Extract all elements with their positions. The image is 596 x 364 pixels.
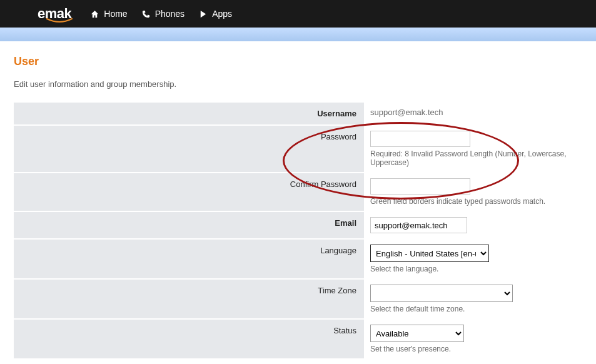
play-icon [198,9,208,19]
label-confirm-password: Confirm Password [14,173,364,211]
label-timezone: Time Zone [14,279,364,319]
hint-confirm-password: Green field borders indicate typed passw… [370,197,576,206]
page-content: User Edit user information and group mem… [0,41,596,364]
label-password: Password [14,125,364,173]
label-language: Language [14,239,364,279]
nav-home[interactable]: Home [90,9,127,19]
user-form: Username support@emak.tech Password Requ… [14,103,582,360]
value-username: support@emak.tech [370,108,443,117]
hint-language: Select the language. [370,265,576,273]
status-select[interactable]: Available [370,325,464,342]
hint-password: Required: 8 Invalid Password Length (Num… [370,149,576,167]
phone-icon [141,9,151,19]
brand-logo[interactable]: emak [38,6,71,22]
language-select[interactable]: English - United States [en-us] [370,245,489,262]
top-nav: emak Home Phones Apps [0,0,596,28]
accent-bar [0,28,596,41]
row-timezone: Time Zone Select the default time zone. [14,279,582,319]
row-email: Email [14,211,582,239]
hint-status: Set the user's presence. [370,345,576,353]
brand-swoosh-icon [46,18,73,23]
page-title: User [14,55,582,68]
hint-timezone: Select the default time zone. [370,305,576,313]
email-field[interactable] [370,217,467,233]
timezone-select[interactable] [370,285,513,302]
row-username: Username support@emak.tech [14,103,582,125]
row-language: Language English - United States [en-us]… [14,239,582,279]
nav-apps-label: Apps [212,9,232,19]
label-email: Email [14,211,364,239]
home-icon [90,9,99,19]
nav-home-label: Home [104,9,127,19]
row-confirm-password: Confirm Password Green field borders ind… [14,173,582,211]
row-password: Password Required: 8 Invalid Password Le… [14,125,582,173]
nav-phones[interactable]: Phones [141,9,184,19]
label-status: Status [14,319,364,359]
page-subtitle: Edit user information and group membersh… [14,79,582,89]
nav-apps[interactable]: Apps [198,9,232,19]
nav-phones-label: Phones [155,9,184,19]
label-username: Username [14,103,364,125]
confirm-password-field[interactable] [370,178,470,195]
password-field[interactable] [370,131,470,147]
row-status: Status Available Set the user's presence… [14,319,582,359]
